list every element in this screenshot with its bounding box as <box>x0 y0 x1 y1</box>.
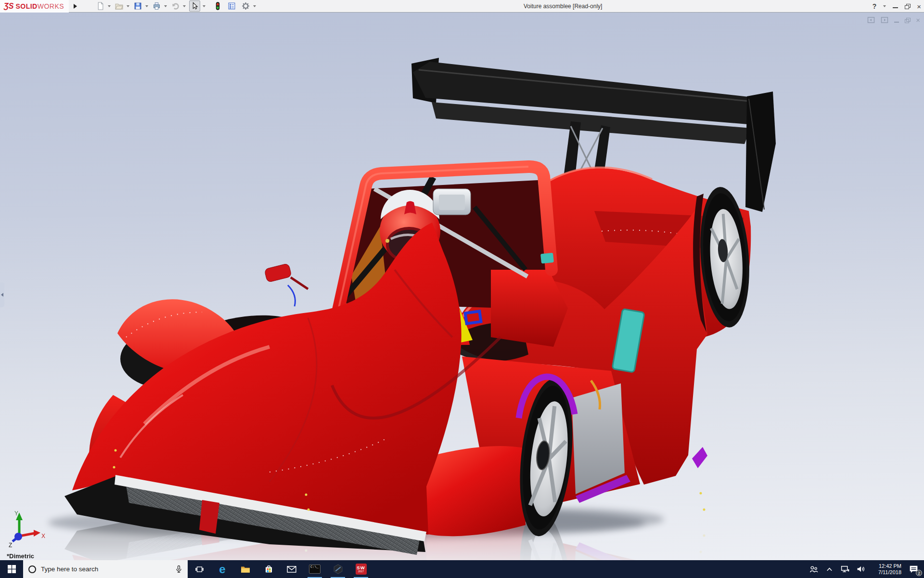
print-icon <box>153 2 161 10</box>
search-input[interactable]: Type here to search <box>23 560 188 578</box>
cortana-icon <box>28 565 37 574</box>
windows-taskbar: Type here to search e C:\_ SW 2017 <box>0 560 924 578</box>
print-button[interactable] <box>152 1 162 11</box>
doc-minimize-button[interactable] <box>894 22 899 23</box>
hexagon-app-icon <box>333 564 343 574</box>
tile-left-icon[interactable] <box>867 16 875 24</box>
clock-time: 12:42 PM <box>871 563 901 569</box>
action-center-button[interactable]: 2 <box>906 560 921 578</box>
car-model[interactable]: Y X Z *Dimetric <box>0 13 924 560</box>
ethernet-icon <box>841 565 849 573</box>
close-button[interactable]: × <box>917 3 921 10</box>
help-dropdown[interactable] <box>883 5 886 7</box>
taskbar-item-store[interactable] <box>257 560 280 578</box>
speaker-icon <box>857 565 865 573</box>
open-folder-icon <box>115 2 123 10</box>
print-dropdown[interactable] <box>164 5 167 7</box>
save-dropdown[interactable] <box>145 5 148 7</box>
new-document-button[interactable] <box>95 1 105 11</box>
open-dropdown[interactable] <box>127 5 129 7</box>
help-button[interactable]: ? <box>873 2 877 10</box>
task-view-icon <box>195 565 204 574</box>
open-button[interactable] <box>114 1 124 11</box>
people-button[interactable] <box>807 560 820 578</box>
clock-date: 7/11/2018 <box>871 569 901 576</box>
select-cursor-icon <box>191 2 199 10</box>
taskbar-clock[interactable]: 12:42 PM 7/11/2018 <box>871 563 902 576</box>
restore-button[interactable] <box>905 4 910 9</box>
taskbar-item-hexagon-app[interactable] <box>326 560 349 578</box>
undo-button[interactable] <box>170 1 180 11</box>
graphics-viewport[interactable]: × <box>0 13 924 560</box>
tile-right-icon[interactable] <box>881 16 888 24</box>
network-button[interactable] <box>839 560 851 578</box>
quick-access-toolbar <box>95 0 258 12</box>
volume-button[interactable] <box>855 560 867 578</box>
doc-close-button[interactable]: × <box>916 16 920 24</box>
undo-icon <box>171 2 180 10</box>
chevron-up-icon <box>826 566 833 572</box>
select-dropdown[interactable] <box>203 5 205 7</box>
toolbar-expand-icon[interactable] <box>74 4 77 9</box>
display-states-button[interactable] <box>213 1 223 11</box>
solidworks-logo: ƷS SOLIDWORKS <box>0 0 69 13</box>
start-button[interactable] <box>0 560 23 578</box>
view-orientation-label: *Dimetric <box>7 552 34 560</box>
taskbar-item-command-prompt[interactable]: C:\_ <box>303 560 326 578</box>
taskbar-item-mail[interactable] <box>280 560 303 578</box>
3ds-logo-icon: ƷS <box>4 2 13 11</box>
options-dropdown[interactable] <box>253 5 256 7</box>
triad-z-label: Z <box>9 542 12 549</box>
hidden-icons-chevron[interactable] <box>823 560 835 578</box>
edge-icon: e <box>219 564 225 575</box>
people-icon <box>809 565 818 573</box>
new-document-icon <box>96 2 104 10</box>
triad-x-label: X <box>41 533 45 539</box>
microphone-icon[interactable] <box>175 565 183 573</box>
document-window-controls: × <box>867 16 920 24</box>
taskbar-item-edge[interactable]: e <box>211 560 234 578</box>
select-tool-button[interactable] <box>189 0 200 12</box>
properties-list-icon <box>228 2 236 10</box>
feature-properties-button[interactable] <box>227 1 237 11</box>
windows-logo-icon <box>8 565 16 573</box>
window-controls: ? × <box>873 0 921 13</box>
panel-collapse-tab[interactable] <box>0 282 4 307</box>
gear-icon <box>242 2 250 10</box>
taskbar-item-file-explorer[interactable] <box>234 560 257 578</box>
new-document-dropdown[interactable] <box>108 5 111 7</box>
system-tray: 12:42 PM 7/11/2018 2 <box>807 560 924 578</box>
file-explorer-icon <box>240 565 251 574</box>
store-icon <box>264 565 273 574</box>
taskbar-item-solidworks[interactable]: SW 2017 <box>349 560 372 578</box>
task-view-button[interactable] <box>188 560 211 578</box>
triad-y-label: Y <box>14 510 18 517</box>
save-button[interactable] <box>133 1 143 11</box>
doc-restore-button[interactable] <box>905 18 910 23</box>
notification-badge: 2 <box>916 570 922 576</box>
command-prompt-icon: C:\_ <box>309 565 321 574</box>
options-button[interactable] <box>241 1 251 11</box>
search-placeholder: Type here to search <box>41 565 170 573</box>
solidworks-icon: SW 2017 <box>356 564 367 575</box>
traffic-light-icon <box>214 2 222 10</box>
undo-dropdown[interactable] <box>183 5 186 7</box>
window-title: Voiture assomblee [Read-only] <box>524 3 602 10</box>
orientation-triad: Y X Z <box>9 510 45 549</box>
save-floppy-icon <box>134 2 142 10</box>
minimize-button[interactable] <box>893 7 898 8</box>
mail-icon <box>287 565 296 573</box>
title-bar: ƷS SOLIDWORKS Voiture assom <box>0 0 924 13</box>
